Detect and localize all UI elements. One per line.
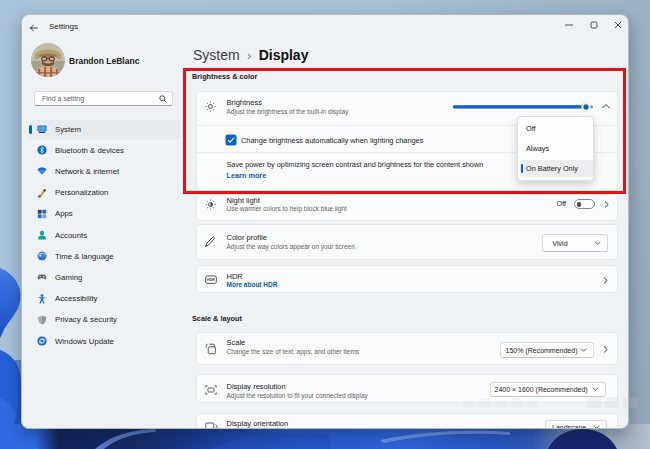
svg-text:HDR: HDR <box>207 278 215 282</box>
